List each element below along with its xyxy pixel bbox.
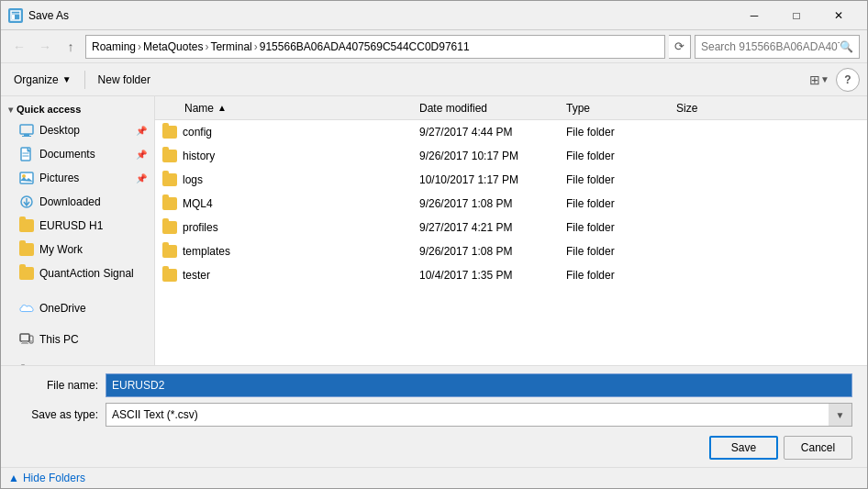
organize-button[interactable]: Organize ▼	[8, 67, 77, 93]
close-button[interactable]: ✕	[818, 3, 860, 28]
title-bar: Save As ─ □ ✕	[1, 1, 867, 30]
file-date: 9/26/2017 1:08 PM	[419, 245, 566, 258]
sidebar: ▾ Quick access Desktop 📌 Documents 📌	[1, 96, 155, 365]
save-as-type-label: Save as type:	[16, 408, 98, 421]
sidebar-item-onedrive[interactable]: OneDrive	[1, 296, 154, 320]
organize-label: Organize	[14, 73, 59, 86]
file-type: File folder	[566, 197, 676, 210]
mywork-icon	[19, 242, 34, 257]
folder-icon	[162, 126, 177, 139]
file-type: File folder	[566, 245, 676, 258]
documents-icon	[19, 147, 34, 161]
file-date: 9/27/2017 4:44 PM	[419, 126, 566, 139]
sidebar-divider-2	[1, 320, 154, 328]
path-roaming[interactable]: Roaming	[92, 40, 136, 53]
file-name-cell: MQL4	[162, 197, 419, 210]
view-options-button[interactable]: ⊞ ▼	[807, 68, 832, 92]
search-input[interactable]	[701, 40, 840, 53]
svg-rect-8	[20, 172, 33, 183]
desktop-icon	[19, 123, 34, 138]
folder-icon	[162, 245, 177, 258]
toolbar: Organize ▼ New folder ⊞ ▼ ?	[1, 63, 867, 96]
pictures-pin-icon: 📌	[136, 173, 147, 183]
column-size[interactable]: Size	[676, 102, 768, 115]
cancel-button[interactable]: Cancel	[784, 436, 852, 460]
file-name-row: File name:	[16, 373, 852, 397]
forward-button[interactable]: →	[34, 36, 56, 58]
window-title: Save As	[28, 9, 733, 22]
minimize-button[interactable]: ─	[733, 3, 775, 28]
path-id[interactable]: 915566BA06ADA407569C544CC0D97611	[260, 40, 470, 53]
path-metaquotes[interactable]: MetaQuotes	[143, 40, 203, 53]
table-row[interactable]: logs 10/10/2017 1:17 PM File folder	[155, 168, 867, 192]
downloaded-label: Downloaded	[39, 195, 101, 208]
eurusd-label: EURUSD H1	[39, 219, 103, 232]
file-type: File folder	[566, 173, 676, 186]
path-terminal[interactable]: Terminal	[210, 40, 251, 53]
file-name: templates	[183, 245, 230, 258]
sidebar-item-network[interactable]: Network	[1, 359, 154, 365]
quick-access-section: ▾ Quick access Desktop 📌 Documents 📌	[1, 100, 154, 285]
sidebar-item-downloaded[interactable]: Downloaded	[1, 190, 154, 214]
hide-folders-link[interactable]: ▲ Hide Folders	[8, 472, 85, 484]
table-row[interactable]: history 9/26/2017 10:17 PM File folder	[155, 144, 867, 168]
column-name[interactable]: Name ▲	[162, 102, 419, 115]
window-icon	[8, 8, 23, 23]
bottom-buttons: Save Cancel	[16, 432, 852, 460]
search-icon: 🔍	[840, 40, 853, 53]
quick-access-header[interactable]: ▾ Quick access	[1, 100, 154, 118]
file-name: profiles	[183, 221, 218, 234]
folder-icon	[162, 197, 177, 210]
help-button[interactable]: ?	[836, 68, 860, 92]
sidebar-item-documents[interactable]: Documents 📌	[1, 142, 154, 166]
sidebar-item-mywork[interactable]: My Work	[1, 238, 154, 261]
maximize-button[interactable]: □	[775, 3, 818, 28]
column-type[interactable]: Type	[566, 102, 676, 115]
svg-rect-12	[22, 341, 28, 343]
hide-folders-chevron-icon: ▲	[8, 472, 19, 484]
quantaction-icon	[19, 266, 34, 281]
documents-label: Documents	[39, 148, 95, 161]
sidebar-divider-1	[1, 289, 154, 296]
sidebar-item-eurusd[interactable]: EURUSD H1	[1, 214, 154, 238]
file-name: history	[183, 150, 215, 162]
documents-pin-icon: 📌	[136, 150, 147, 160]
file-name: tester	[183, 269, 210, 282]
sidebar-item-thispc[interactable]: This PC	[1, 328, 154, 351]
table-row[interactable]: config 9/27/2017 4:44 PM File folder	[155, 120, 867, 144]
folder-icon	[162, 150, 177, 162]
file-rows-container: config 9/27/2017 4:44 PM File folder his…	[155, 120, 867, 287]
pictures-icon	[19, 171, 34, 185]
downloaded-icon	[19, 194, 34, 209]
up-button[interactable]: ↑	[60, 36, 82, 58]
sidebar-item-desktop[interactable]: Desktop 📌	[1, 118, 154, 142]
file-name-cell: history	[162, 150, 419, 162]
file-name: logs	[183, 173, 203, 186]
file-list: Name ▲ Date modified Type Size config	[155, 96, 867, 365]
hide-folders-label: Hide Folders	[23, 472, 85, 484]
view-grid-icon: ⊞	[809, 72, 820, 87]
organize-chevron-icon: ▼	[62, 74, 72, 84]
main-content: ▾ Quick access Desktop 📌 Documents 📌	[1, 96, 867, 365]
file-list-header: Name ▲ Date modified Type Size	[155, 96, 867, 120]
toolbar-separator	[84, 71, 85, 89]
back-button[interactable]: ←	[8, 36, 30, 58]
sidebar-item-quantaction[interactable]: QuantAction Signal	[1, 261, 154, 285]
hide-folders-row: ▲ Hide Folders	[1, 467, 867, 488]
column-date[interactable]: Date modified	[419, 102, 566, 115]
file-name-input[interactable]	[106, 373, 852, 397]
table-row[interactable]: templates 9/26/2017 1:08 PM File folder	[155, 239, 867, 263]
refresh-button[interactable]: ⟳	[669, 35, 691, 59]
new-folder-button[interactable]: New folder	[93, 67, 156, 93]
save-button[interactable]: Save	[709, 436, 778, 460]
table-row[interactable]: tester 10/4/2017 1:35 PM File folder	[155, 263, 867, 287]
table-row[interactable]: MQL4 9/26/2017 1:08 PM File folder	[155, 192, 867, 216]
table-row[interactable]: profiles 9/27/2017 4:21 PM File folder	[155, 216, 867, 239]
save-as-type-select[interactable]: ASCII Text (*.csv) CSV (Comma delimited)…	[106, 403, 852, 427]
thispc-label: This PC	[39, 333, 79, 346]
file-date: 9/26/2017 10:17 PM	[419, 150, 566, 162]
file-date: 10/4/2017 1:35 PM	[419, 269, 566, 282]
file-name-cell: profiles	[162, 221, 419, 234]
pin-icon: 📌	[136, 126, 147, 136]
sidebar-item-pictures[interactable]: Pictures 📌	[1, 166, 154, 190]
